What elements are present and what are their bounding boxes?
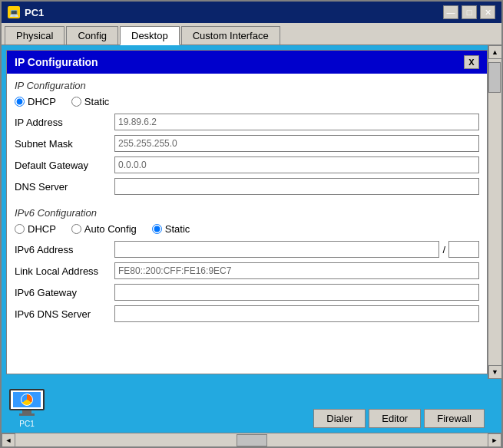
link-local-address-label: Link Local Address (15, 265, 114, 277)
tab-desktop[interactable]: Desktop (120, 26, 180, 45)
ip-config-panel: IP Configuration X IP Configuration DHCP… (6, 50, 488, 374)
ipv6-radio-row: DHCP Auto Config Static (15, 223, 479, 235)
ipv6-address-input[interactable] (114, 241, 439, 258)
ipv6-dhcp-radio[interactable] (15, 224, 25, 234)
ip-address-row: IP Address (15, 114, 479, 130)
scroll-right-button[interactable]: ► (488, 433, 501, 447)
ip-config-body: IP Configuration DHCP Static IP Address (7, 74, 487, 374)
pc-icon (8, 389, 46, 418)
dhcp-label: DHCP (28, 96, 56, 107)
scroll-left-button[interactable]: ◄ (2, 433, 15, 447)
ipv6-dns-server-label: IPv6 DNS Server (15, 308, 114, 320)
ipv6-dhcp-option[interactable]: DHCP (15, 223, 56, 235)
section-divider (15, 199, 479, 207)
dns-server-label: DNS Server (15, 181, 114, 193)
title-bar-left: 💻 PC1 (8, 6, 44, 18)
pie-chart-icon (21, 394, 33, 406)
main-content: IP Configuration X IP Configuration DHCP… (2, 45, 501, 379)
monitor-base (19, 413, 35, 416)
subnet-mask-label: Subnet Mask (15, 138, 114, 150)
ipv6-static-radio[interactable] (152, 224, 162, 234)
dhcp-radio-option[interactable]: DHCP (15, 96, 56, 107)
ipv6-gateway-label: IPv6 Gateway (15, 287, 114, 298)
scroll-track-vertical (488, 59, 501, 365)
monitor-icon (9, 389, 45, 410)
maximize-button[interactable]: □ (462, 5, 477, 19)
ipv6-address-inputs: / (114, 241, 479, 258)
tab-config[interactable]: Config (66, 26, 118, 44)
dialer-button[interactable]: Dialer (313, 409, 366, 428)
vertical-scrollbar: ▲ ▼ (488, 45, 501, 379)
ipv6-autoconfig-radio[interactable] (71, 224, 81, 234)
static-label: Static (84, 96, 110, 107)
ip-address-label: IP Address (15, 117, 114, 128)
main-window: 💻 PC1 — □ ✕ Physical Config Desktop Cust… (0, 0, 503, 448)
ipv6-address-row: IPv6 Address / (15, 241, 479, 258)
ipv6-slash-separator: / (441, 241, 447, 258)
ipv6-prefix-input[interactable] (448, 241, 479, 258)
window-icon: 💻 (8, 6, 20, 18)
tab-bar: Physical Config Desktop Custom Interface (2, 23, 501, 45)
scroll-down-button[interactable]: ▼ (488, 365, 502, 379)
default-gateway-label: Default Gateway (15, 160, 114, 171)
dns-server-input[interactable] (114, 178, 479, 195)
link-local-address-row: Link Local Address (15, 262, 479, 279)
static-radio-option[interactable]: Static (71, 96, 110, 107)
default-gateway-row: Default Gateway (15, 156, 479, 173)
scroll-thumb-vertical[interactable] (488, 62, 501, 93)
tab-physical[interactable]: Physical (5, 26, 65, 44)
ip-config-close-button[interactable]: X (464, 55, 479, 69)
tab-custom-interface[interactable]: Custom Interface (181, 26, 280, 44)
editor-button[interactable]: Editor (369, 409, 421, 428)
ip-config-title: IP Configuration (15, 56, 98, 68)
device-label: PC1 (19, 420, 34, 428)
ipv6-static-option[interactable]: Static (152, 223, 190, 235)
dhcp-radio[interactable] (15, 97, 25, 107)
ipv4-radio-row: DHCP Static (15, 96, 479, 107)
bottom-buttons: Dialer Editor Firewall (313, 409, 485, 428)
ipv6-address-label: IPv6 Address (15, 244, 114, 255)
ipv6-static-label: Static (165, 223, 190, 235)
title-controls: — □ ✕ (443, 5, 495, 19)
ipv6-autoconfig-label: Auto Config (84, 223, 137, 235)
ipv6-gateway-input[interactable] (114, 284, 479, 301)
ipv6-dns-server-row: IPv6 DNS Server (15, 305, 479, 322)
title-bar: 💻 PC1 — □ ✕ (2, 2, 501, 23)
subnet-mask-row: Subnet Mask (15, 135, 479, 152)
scroll-thumb-horizontal[interactable] (237, 434, 267, 446)
horizontal-scrollbar: ◄ ► (2, 433, 501, 446)
window-title: PC1 (25, 7, 44, 18)
minimize-button[interactable]: — (443, 5, 458, 19)
ip-address-input[interactable] (114, 114, 479, 130)
scroll-up-button[interactable]: ▲ (488, 45, 502, 59)
scroll-track-horizontal (15, 433, 488, 446)
dns-server-row: DNS Server (15, 178, 479, 195)
ipv6-autoconfig-option[interactable]: Auto Config (71, 223, 137, 235)
ipv6-dns-server-input[interactable] (114, 305, 479, 322)
ipv6-section-label: IPv6 Configuration (15, 207, 479, 219)
link-local-address-input[interactable] (114, 262, 479, 279)
close-window-button[interactable]: ✕ (480, 5, 495, 19)
ipv6-gateway-row: IPv6 Gateway (15, 284, 479, 301)
default-gateway-input[interactable] (114, 156, 479, 173)
bottom-content-area: PC1 Dialer Editor Firewall (2, 379, 501, 433)
device-icon-area: PC1 (8, 389, 46, 428)
static-radio[interactable] (71, 97, 81, 107)
ipv4-section-label: IP Configuration (15, 80, 479, 91)
firewall-button[interactable]: Firewall (424, 409, 485, 428)
subnet-mask-input[interactable] (114, 135, 479, 152)
ipv6-dhcp-label: DHCP (28, 223, 56, 235)
ip-config-header: IP Configuration X (7, 51, 487, 74)
monitor-screen (13, 392, 41, 407)
